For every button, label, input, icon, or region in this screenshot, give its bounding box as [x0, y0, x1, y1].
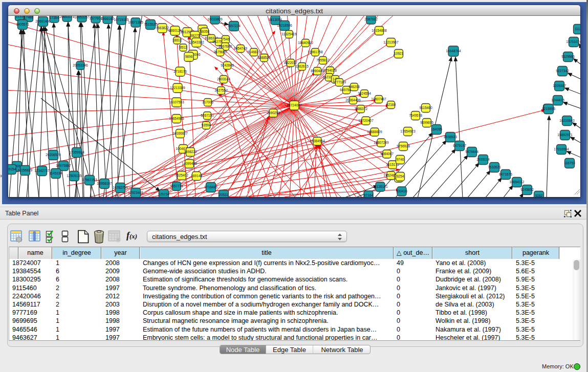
svg-text:8990448: 8990448	[311, 69, 324, 73]
svg-text:2367608: 2367608	[219, 45, 232, 48]
svg-text:12213389: 12213389	[170, 86, 185, 90]
svg-text:11325419: 11325419	[282, 32, 297, 36]
svg-text:1145194: 1145194	[49, 171, 62, 175]
svg-text:17016504: 17016504	[554, 147, 569, 151]
svg-text:9282: 9282	[535, 194, 543, 197]
svg-text:1209387: 1209387	[553, 84, 566, 87]
svg-text:15692971: 15692971	[557, 133, 573, 137]
svg-text:20531: 20531	[219, 193, 229, 196]
svg-text:16107553: 16107553	[169, 100, 184, 104]
svg-text:18807249: 18807249	[374, 141, 389, 144]
svg-text:6479197: 6479197	[453, 144, 466, 147]
svg-text:9860124: 9860124	[168, 29, 182, 32]
svg-text:18724007: 18724007	[287, 103, 302, 107]
svg-text:7515526: 7515526	[144, 23, 157, 26]
svg-text:9474444: 9474444	[465, 150, 478, 154]
svg-text:20053346: 20053346	[73, 63, 88, 67]
svg-text:20364436: 20364436	[345, 98, 361, 102]
svg-text:8471676: 8471676	[499, 172, 512, 176]
svg-text:2087682: 2087682	[364, 17, 378, 21]
svg-text:9896: 9896	[185, 55, 193, 58]
svg-text:9227342: 9227342	[556, 69, 569, 73]
svg-text:2690293: 2690293	[267, 111, 280, 115]
svg-text:8938923: 8938923	[444, 135, 457, 139]
svg-text:10654112: 10654112	[510, 180, 525, 184]
svg-text:16033809: 16033809	[207, 17, 223, 21]
svg-text:169144: 169144	[191, 174, 202, 178]
svg-text:9084067: 9084067	[380, 152, 394, 156]
svg-text:7625402: 7625402	[175, 173, 188, 177]
svg-text:15751074: 15751074	[566, 40, 580, 43]
svg-text:7857224: 7857224	[227, 24, 241, 28]
svg-text:2935114: 2935114	[476, 158, 490, 161]
svg-text:8454749: 8454749	[234, 47, 247, 50]
svg-text:97164: 97164	[364, 193, 374, 197]
svg-text:9716485: 9716485	[204, 185, 217, 189]
svg-text:116753: 116753	[564, 161, 575, 165]
svg-text:15720407: 15720407	[358, 119, 374, 122]
svg-text:16543382: 16543382	[189, 40, 204, 44]
svg-text:129234: 129234	[158, 192, 169, 196]
svg-text:16782759: 16782759	[113, 186, 128, 189]
svg-text:3624554: 3624554	[358, 92, 371, 95]
svg-text:10653257: 10653257	[74, 16, 90, 19]
svg-text:16210643: 16210643	[559, 119, 575, 122]
svg-text:17488: 17488	[24, 16, 34, 19]
svg-text:17354: 17354	[50, 16, 59, 19]
svg-text:10607487: 10607487	[371, 97, 386, 101]
svg-text:9777169: 9777169	[333, 80, 346, 84]
svg-text:3427552: 3427552	[214, 89, 228, 92]
svg-text:1112: 1112	[575, 27, 580, 31]
svg-text:10921: 10921	[394, 52, 404, 55]
svg-text:5267150: 5267150	[201, 114, 214, 117]
svg-text:12923448: 12923448	[128, 191, 143, 194]
svg-text:9657771: 9657771	[170, 184, 183, 188]
svg-text:16961758: 16961758	[308, 50, 323, 54]
svg-text:3498222: 3498222	[184, 150, 197, 154]
svg-text:53594: 53594	[202, 123, 211, 127]
svg-text:12213967: 12213967	[383, 40, 399, 44]
svg-text:9756928: 9756928	[397, 144, 410, 148]
svg-text:17957253: 17957253	[82, 178, 97, 182]
svg-text:10671385: 10671385	[128, 20, 143, 24]
svg-text:10975867: 10975867	[56, 164, 71, 167]
svg-text:10688609: 10688609	[367, 130, 382, 134]
svg-text:12505135: 12505135	[67, 174, 82, 178]
svg-text:1244415: 1244415	[551, 98, 564, 102]
svg-text:11156829: 11156829	[18, 168, 33, 172]
svg-text:10719185: 10719185	[114, 18, 129, 21]
svg-text:17359924: 17359924	[69, 150, 84, 154]
svg-text:1362615: 1362615	[295, 64, 309, 68]
svg-text:2718176: 2718176	[173, 70, 187, 73]
svg-text:14099488: 14099488	[182, 162, 197, 165]
svg-text:10958107: 10958107	[97, 182, 112, 185]
svg-text:19384554: 19384554	[310, 139, 325, 143]
svg-text:8322037: 8322037	[284, 61, 297, 64]
svg-text:18612: 18612	[172, 38, 182, 42]
svg-text:39154: 39154	[8, 167, 16, 171]
svg-text:9699695: 9699695	[420, 121, 433, 124]
svg-text:19654985: 19654985	[169, 117, 184, 120]
svg-text:7955812: 7955812	[316, 58, 330, 62]
svg-text:9146821: 9146821	[247, 50, 260, 54]
svg-text:17654923: 17654923	[400, 129, 416, 133]
svg-text:20206576: 20206576	[46, 153, 61, 157]
svg-text:8813054: 8813054	[269, 18, 282, 21]
svg-text:6966160: 6966160	[101, 17, 114, 20]
svg-text:7546: 7546	[222, 37, 230, 41]
svg-text:9242848: 9242848	[221, 63, 234, 67]
svg-text:1405571: 1405571	[16, 23, 29, 26]
svg-text:9329966: 9329966	[561, 55, 575, 58]
svg-text:2803144: 2803144	[217, 77, 230, 81]
svg-text:18640910: 18640910	[298, 41, 313, 45]
svg-text:1588520: 1588520	[257, 56, 271, 59]
svg-text:19166827: 19166827	[172, 132, 188, 135]
svg-text:9794028: 9794028	[323, 69, 337, 72]
svg-text:14136141: 14136141	[373, 185, 388, 188]
svg-text:16154808: 16154808	[372, 29, 387, 32]
svg-text:12342737: 12342737	[34, 169, 50, 172]
svg-text:7549578: 7549578	[409, 114, 422, 117]
svg-text:9512: 9512	[180, 46, 187, 49]
svg-text:9746: 9746	[397, 158, 404, 161]
svg-text:8215955: 8215955	[542, 107, 555, 111]
